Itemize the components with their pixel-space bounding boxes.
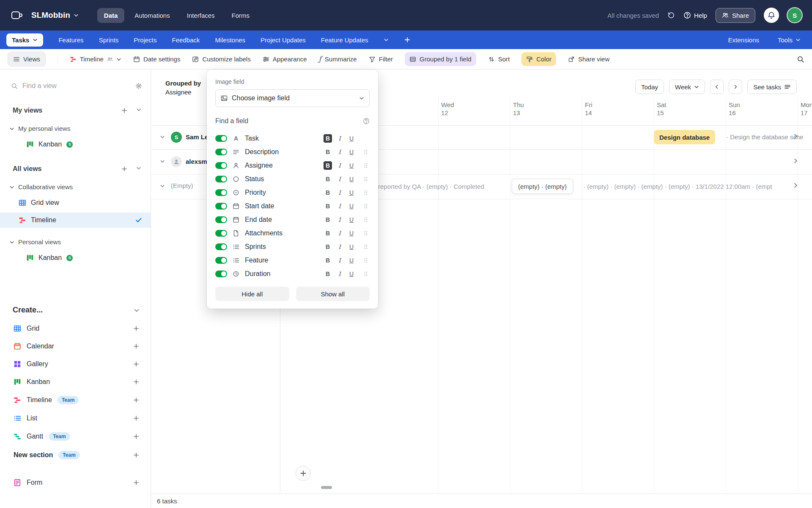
- bold-button[interactable]: B: [324, 243, 332, 251]
- see-tasks-button[interactable]: See tasks: [747, 80, 797, 94]
- find-a-field-input[interactable]: Find a field: [215, 117, 370, 125]
- show-all-button[interactable]: Show all: [296, 287, 370, 301]
- add-icon[interactable]: [133, 361, 140, 367]
- create-item-new-section[interactable]: New section Team: [14, 451, 140, 459]
- underline-button[interactable]: U: [347, 161, 356, 170]
- extensions-button[interactable]: Extensions: [728, 36, 759, 44]
- help-circle-icon[interactable]: [363, 118, 370, 124]
- underline-button[interactable]: U: [347, 188, 356, 197]
- task-card-design-database[interactable]: Design database: [654, 130, 715, 144]
- field-toggle[interactable]: [215, 162, 227, 169]
- sort-button[interactable]: Sort: [488, 55, 510, 63]
- sidebar-item-grid-view[interactable]: Grid view: [19, 199, 142, 207]
- bold-button[interactable]: B: [324, 134, 332, 143]
- add-view-icon[interactable]: [121, 166, 128, 172]
- underline-button[interactable]: U: [347, 243, 356, 251]
- nav-tab-forms[interactable]: Forms: [225, 8, 257, 23]
- tab-feedback[interactable]: Feedback: [172, 36, 200, 44]
- sidebar-item-timeline-view[interactable]: Timeline: [0, 213, 151, 228]
- italic-button[interactable]: I: [335, 215, 344, 224]
- italic-button[interactable]: I: [335, 175, 344, 183]
- drag-handle-icon[interactable]: [363, 163, 370, 168]
- bold-button[interactable]: B: [324, 215, 332, 224]
- bold-button[interactable]: B: [324, 161, 332, 170]
- views-sidebar-toggle[interactable]: Views: [8, 52, 46, 66]
- underline-button[interactable]: U: [347, 202, 356, 210]
- add-view-icon[interactable]: [121, 107, 128, 114]
- underline-button[interactable]: U: [347, 175, 356, 183]
- field-toggle[interactable]: [215, 216, 227, 223]
- date-settings-button[interactable]: Date settings: [133, 55, 181, 63]
- group-collapse-chevron-icon[interactable]: [160, 183, 165, 188]
- add-icon[interactable]: [133, 452, 140, 458]
- group-button[interactable]: Grouped by 1 field: [405, 52, 476, 66]
- field-row-end-date[interactable]: End date BIU: [215, 213, 370, 226]
- add-icon[interactable]: [133, 343, 140, 350]
- bold-button[interactable]: B: [324, 202, 332, 210]
- drag-handle-icon[interactable]: [363, 271, 370, 277]
- nav-tab-interfaces[interactable]: Interfaces: [180, 8, 222, 23]
- choose-image-field-select[interactable]: Choose image field: [215, 89, 370, 107]
- italic-button[interactable]: I: [335, 161, 344, 170]
- italic-button[interactable]: I: [335, 148, 344, 156]
- create-item-grid[interactable]: Grid: [14, 325, 140, 332]
- add-table-button[interactable]: [404, 36, 411, 43]
- collapse-chevron-icon[interactable]: [136, 107, 141, 114]
- tab-tasks[interactable]: Tasks: [6, 33, 43, 47]
- italic-button[interactable]: I: [335, 256, 344, 265]
- base-name-menu[interactable]: SLMobbin: [31, 11, 79, 20]
- tab-feature-updates[interactable]: Feature Updates: [321, 36, 368, 44]
- underline-button[interactable]: U: [347, 229, 356, 237]
- app-logo-icon[interactable]: [10, 9, 23, 22]
- field-toggle[interactable]: [215, 149, 227, 155]
- tab-sprints[interactable]: Sprints: [99, 36, 119, 44]
- add-icon[interactable]: [133, 325, 140, 332]
- underline-button[interactable]: U: [347, 256, 356, 265]
- history-icon[interactable]: [667, 11, 675, 19]
- create-item-calendar[interactable]: Calendar: [14, 342, 140, 350]
- field-row-attachments[interactable]: Attachments BIU: [215, 226, 370, 240]
- nav-tab-automations[interactable]: Automations: [128, 8, 176, 23]
- sidebar-item-kanban-personal[interactable]: Kanban S: [26, 141, 142, 148]
- italic-button[interactable]: I: [335, 134, 344, 143]
- field-toggle[interactable]: [215, 257, 227, 264]
- create-item-list[interactable]: List: [14, 414, 140, 422]
- tab-projects[interactable]: Projects: [134, 36, 156, 44]
- collapse-chevron-icon[interactable]: [134, 307, 140, 313]
- find-a-view-input[interactable]: Find a view: [11, 82, 142, 90]
- share-view-button[interactable]: Share view: [568, 55, 609, 63]
- summarize-button[interactable]: ƒ Summarize: [319, 55, 357, 63]
- drag-handle-icon[interactable]: [363, 149, 370, 155]
- share-button[interactable]: Share: [716, 8, 755, 23]
- horizontal-scrollbar-thumb[interactable]: [321, 486, 332, 489]
- italic-button[interactable]: I: [335, 229, 344, 237]
- add-icon[interactable]: [133, 378, 140, 385]
- add-record-button[interactable]: [296, 466, 311, 481]
- create-item-gallery[interactable]: Gallery: [14, 360, 140, 368]
- row-overflow-chevron-icon[interactable]: [792, 182, 799, 189]
- help-button[interactable]: Help: [683, 11, 707, 19]
- add-icon[interactable]: [133, 397, 140, 403]
- field-row-priority[interactable]: Priority BIU: [215, 186, 370, 199]
- field-toggle[interactable]: [215, 243, 227, 250]
- appearance-button[interactable]: Appearance: [263, 55, 307, 63]
- field-row-task[interactable]: A Task BIU: [215, 132, 370, 145]
- underline-button[interactable]: U: [347, 270, 356, 278]
- tab-features[interactable]: Features: [58, 36, 83, 44]
- group-collapse-chevron-icon[interactable]: [160, 134, 165, 139]
- collaborative-views-group[interactable]: Collaborative views: [9, 183, 142, 190]
- italic-button[interactable]: I: [335, 270, 344, 278]
- collapse-chevron-icon[interactable]: [136, 166, 141, 172]
- create-item-form[interactable]: Form: [14, 479, 140, 486]
- drag-handle-icon[interactable]: [363, 176, 370, 182]
- field-row-feature[interactable]: Feature BIU: [215, 254, 370, 267]
- create-section-header[interactable]: Create...: [13, 306, 140, 315]
- nav-tab-data[interactable]: Data: [97, 8, 125, 23]
- personal-views-group[interactable]: Personal views: [9, 238, 142, 246]
- italic-button[interactable]: I: [335, 188, 344, 197]
- underline-button[interactable]: U: [347, 148, 356, 156]
- create-item-timeline[interactable]: Timeline Team: [14, 396, 140, 404]
- add-icon[interactable]: [133, 479, 140, 486]
- customize-labels-button[interactable]: Customize labels: [192, 55, 250, 63]
- my-personal-views-group[interactable]: My personal views: [9, 125, 142, 132]
